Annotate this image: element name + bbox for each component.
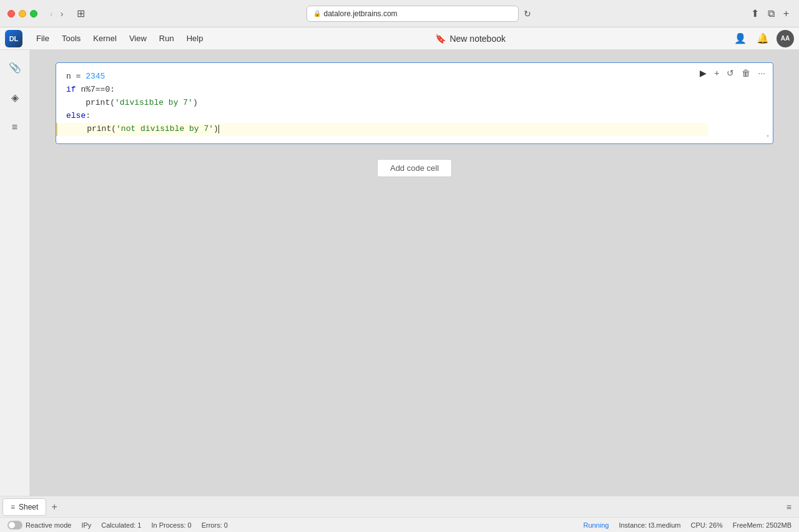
status-bar: Reactive mode IPy Calculated: 1 In Proce… [0, 517, 799, 532]
close-button[interactable] [7, 10, 15, 17]
add-cell-toolbar-button[interactable]: + [712, 67, 722, 79]
url-text: datalore.jetbrains.com [324, 9, 398, 18]
title-bar-right: ⬆ ⧉ + [748, 6, 792, 21]
menu-tools[interactable]: Tools [56, 31, 87, 46]
cell-star: * [767, 134, 769, 141]
url-bar: 🔒 datalore.jetbrains.com ↻ [94, 6, 743, 22]
code-cell: ▶ + ↺ 🗑 ··· n = 2345 if n%7==0: print(' [56, 62, 773, 144]
code-line-4: else: [66, 110, 698, 123]
add-tab-button[interactable]: + [46, 501, 62, 513]
avatar[interactable]: AA [777, 30, 794, 47]
add-code-cell-button[interactable]: Add code cell [377, 159, 452, 177]
reactive-mode-label: Reactive mode [26, 521, 71, 529]
calculated-status: Calculated: 1 [101, 521, 141, 529]
new-tab-button[interactable]: + [781, 7, 792, 21]
sidebar-icon-list[interactable]: ≡ [5, 117, 25, 137]
left-sidebar: 📎 ◈ ≡ [0, 50, 30, 496]
traffic-lights [7, 10, 37, 17]
status-bar-right: Running Instance: t3.medium CPU: 26% Fre… [583, 521, 792, 529]
notebook-title: 🔖 New notebook [209, 34, 732, 44]
running-status: Running [583, 521, 609, 529]
menu-run[interactable]: Run [153, 31, 180, 46]
back-button[interactable]: ‹ [47, 7, 56, 20]
code-line-5: print('not divisible by 7') [56, 123, 708, 136]
menu-bar-right: 👤 🔔 AA [732, 30, 794, 47]
title-bar: ‹ › ⊞ 🔒 datalore.jetbrains.com ↻ ⬆ ⧉ + [0, 0, 799, 27]
instance-status: Instance: t3.medium [619, 521, 680, 529]
freemem-status: FreeMem: 2502MB [733, 521, 792, 529]
reactive-mode-toggle[interactable]: Reactive mode [7, 521, 71, 530]
tab-sheet-label: Sheet [19, 503, 38, 511]
sidebar-toggle-button[interactable]: ⊞ [73, 6, 89, 21]
bookmark-icon: 🔖 [435, 34, 446, 44]
user-icon[interactable]: 👤 [732, 31, 749, 46]
notebook-area: ▶ + ↺ 🗑 ··· n = 2345 if n%7==0: print(' [30, 50, 799, 496]
refresh-cell-button[interactable]: ↺ [724, 67, 737, 79]
menu-kernel[interactable]: Kernel [87, 31, 123, 46]
cpu-status: CPU: 26% [690, 521, 722, 529]
menu-file[interactable]: File [30, 31, 56, 46]
in-process-status: In Process: 0 [152, 521, 192, 529]
tab-bar-right-icon: ≡ [787, 502, 797, 512]
run-cell-button[interactable]: ▶ [697, 67, 709, 79]
main-layout: 📎 ◈ ≡ ▶ + ↺ 🗑 ··· n = 2345 if [0, 50, 799, 496]
code-line-3: print('divisible by 7') [66, 97, 698, 110]
url-input[interactable]: 🔒 datalore.jetbrains.com [306, 6, 519, 22]
code-content[interactable]: n = 2345 if n%7==0: print('divisible by … [56, 63, 773, 143]
code-line-1: n = 2345 [66, 70, 698, 84]
menu-help[interactable]: Help [180, 31, 210, 46]
tab-sheet[interactable]: ≡ Sheet [2, 498, 46, 516]
share-button[interactable]: ⬆ [748, 6, 762, 21]
app-logo: DL [5, 30, 22, 47]
errors-status: Errors: 0 [202, 521, 228, 529]
refresh-button[interactable]: ↻ [524, 6, 531, 22]
cell-toolbar: ▶ + ↺ 🗑 ··· [697, 67, 768, 79]
menu-bar: DL File Tools Kernel View Run Help 🔖 New… [0, 27, 799, 50]
toggle-switch[interactable] [7, 521, 22, 530]
maximize-button[interactable] [30, 10, 37, 17]
tab-sheet-icon: ≡ [11, 503, 15, 511]
nav-arrows: ‹ › [47, 7, 66, 20]
tab-overview-button[interactable]: ⧉ [765, 7, 777, 21]
code-line-2: if n%7==0: [66, 84, 698, 97]
kernel-badge: IPy [81, 521, 91, 529]
sidebar-icon-layers[interactable]: ◈ [5, 87, 25, 107]
menu-view[interactable]: View [123, 31, 153, 46]
more-options-button[interactable]: ··· [755, 67, 768, 79]
minimize-button[interactable] [19, 10, 26, 17]
lock-icon: 🔒 [313, 10, 321, 17]
sidebar-icon-attachment[interactable]: 📎 [5, 57, 25, 77]
forward-button[interactable]: › [58, 7, 66, 20]
notification-icon[interactable]: 🔔 [754, 31, 772, 46]
delete-cell-button[interactable]: 🗑 [739, 67, 753, 79]
tab-bar: ≡ Sheet + ≡ [0, 496, 799, 517]
